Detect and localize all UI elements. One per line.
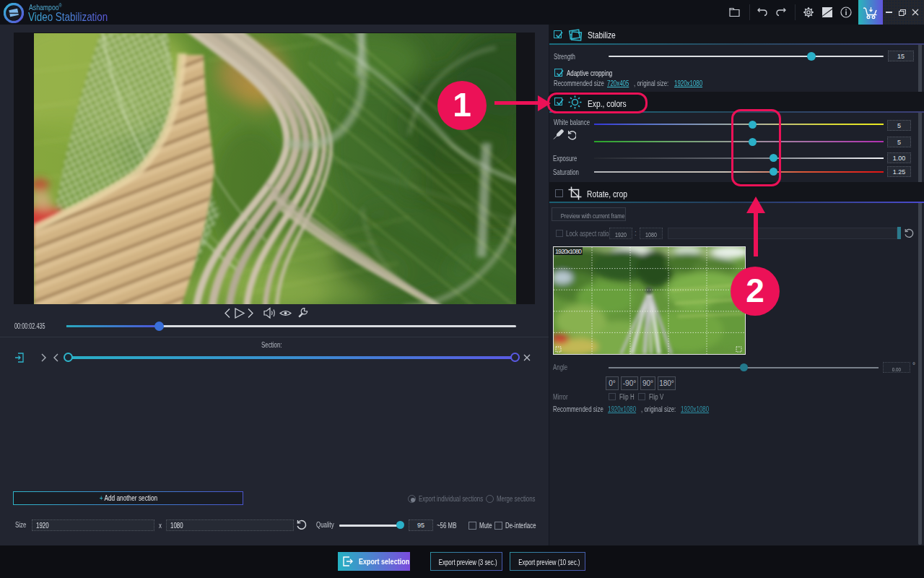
svg-text:1920x1080: 1920x1080	[555, 248, 582, 255]
